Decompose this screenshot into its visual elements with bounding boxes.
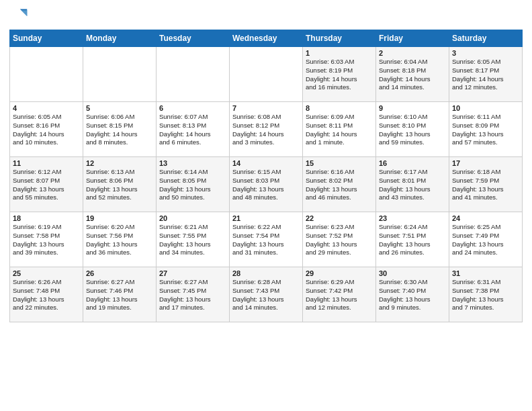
day-number: 22 (306, 214, 373, 222)
day-number: 20 (159, 214, 226, 222)
day-number: 21 (232, 214, 300, 222)
day-number: 16 (379, 159, 446, 167)
day-cell: 3Sunrise: 6:05 AM Sunset: 8:17 PM Daylig… (449, 47, 523, 102)
day-cell: 19Sunrise: 6:20 AM Sunset: 7:56 PM Dayli… (83, 212, 157, 267)
day-cell: 2Sunrise: 6:04 AM Sunset: 8:18 PM Daylig… (376, 47, 449, 102)
day-cell: 26Sunrise: 6:27 AM Sunset: 7:46 PM Dayli… (83, 267, 157, 322)
day-info: Sunrise: 6:10 AM Sunset: 8:10 PM Dayligh… (379, 113, 446, 147)
day-number: 7 (232, 104, 300, 112)
logo-icon (9, 7, 28, 26)
day-cell: 12Sunrise: 6:13 AM Sunset: 8:06 PM Dayli… (83, 157, 157, 212)
day-number: 2 (379, 49, 446, 57)
weekday-header-row: SundayMondayTuesdayWednesdayThursdayFrid… (10, 30, 523, 47)
day-cell (230, 47, 303, 102)
day-info: Sunrise: 6:27 AM Sunset: 7:46 PM Dayligh… (86, 278, 153, 312)
day-number: 19 (86, 214, 153, 222)
day-number: 23 (379, 214, 446, 222)
day-number: 25 (13, 269, 80, 277)
day-cell: 1Sunrise: 6:03 AM Sunset: 8:19 PM Daylig… (303, 47, 376, 102)
day-number: 11 (13, 159, 80, 167)
day-cell: 28Sunrise: 6:28 AM Sunset: 7:43 PM Dayli… (230, 267, 303, 322)
day-cell: 10Sunrise: 6:11 AM Sunset: 8:09 PM Dayli… (449, 102, 523, 157)
day-cell: 20Sunrise: 6:21 AM Sunset: 7:55 PM Dayli… (157, 212, 230, 267)
day-cell: 5Sunrise: 6:06 AM Sunset: 8:15 PM Daylig… (83, 102, 157, 157)
day-number: 30 (379, 269, 446, 277)
week-row-4: 18Sunrise: 6:19 AM Sunset: 7:58 PM Dayli… (10, 212, 523, 267)
day-cell: 21Sunrise: 6:22 AM Sunset: 7:54 PM Dayli… (230, 212, 303, 267)
day-info: Sunrise: 6:08 AM Sunset: 8:12 PM Dayligh… (232, 113, 300, 147)
day-info: Sunrise: 6:06 AM Sunset: 8:15 PM Dayligh… (86, 113, 153, 147)
day-cell: 22Sunrise: 6:23 AM Sunset: 7:52 PM Dayli… (303, 212, 376, 267)
day-cell: 17Sunrise: 6:18 AM Sunset: 7:59 PM Dayli… (449, 157, 523, 212)
page: SundayMondayTuesdayWednesdayThursdayFrid… (0, 0, 532, 326)
day-info: Sunrise: 6:16 AM Sunset: 8:02 PM Dayligh… (306, 168, 373, 202)
day-info: Sunrise: 6:09 AM Sunset: 8:11 PM Dayligh… (306, 113, 373, 147)
day-info: Sunrise: 6:21 AM Sunset: 7:55 PM Dayligh… (159, 223, 226, 257)
day-number: 9 (379, 104, 446, 112)
weekday-header-friday: Friday (376, 30, 449, 47)
week-row-1: 1Sunrise: 6:03 AM Sunset: 8:19 PM Daylig… (10, 47, 523, 102)
day-number: 4 (13, 104, 80, 112)
day-number: 10 (452, 104, 519, 112)
week-row-5: 25Sunrise: 6:26 AM Sunset: 7:48 PM Dayli… (10, 267, 523, 322)
day-number: 18 (13, 214, 80, 222)
weekday-header-saturday: Saturday (449, 30, 523, 47)
day-cell: 8Sunrise: 6:09 AM Sunset: 8:11 PM Daylig… (303, 102, 376, 157)
day-info: Sunrise: 6:11 AM Sunset: 8:09 PM Dayligh… (452, 113, 519, 147)
day-info: Sunrise: 6:31 AM Sunset: 7:38 PM Dayligh… (452, 278, 519, 312)
weekday-header-sunday: Sunday (10, 30, 83, 47)
day-info: Sunrise: 6:27 AM Sunset: 7:45 PM Dayligh… (159, 278, 226, 312)
day-number: 14 (232, 159, 300, 167)
day-cell: 11Sunrise: 6:12 AM Sunset: 8:07 PM Dayli… (10, 157, 83, 212)
day-info: Sunrise: 6:14 AM Sunset: 8:05 PM Dayligh… (159, 168, 226, 202)
day-info: Sunrise: 6:05 AM Sunset: 8:16 PM Dayligh… (13, 113, 80, 147)
day-info: Sunrise: 6:29 AM Sunset: 7:42 PM Dayligh… (306, 278, 373, 312)
day-number: 24 (452, 214, 519, 222)
day-cell: 4Sunrise: 6:05 AM Sunset: 8:16 PM Daylig… (10, 102, 83, 157)
day-number: 26 (86, 269, 153, 277)
week-row-2: 4Sunrise: 6:05 AM Sunset: 8:16 PM Daylig… (10, 102, 523, 157)
day-cell (83, 47, 157, 102)
day-info: Sunrise: 6:15 AM Sunset: 8:03 PM Dayligh… (232, 168, 300, 202)
day-info: Sunrise: 6:12 AM Sunset: 8:07 PM Dayligh… (13, 168, 80, 202)
week-row-3: 11Sunrise: 6:12 AM Sunset: 8:07 PM Dayli… (10, 157, 523, 212)
day-cell: 14Sunrise: 6:15 AM Sunset: 8:03 PM Dayli… (230, 157, 303, 212)
day-number: 17 (452, 159, 519, 167)
day-info: Sunrise: 6:20 AM Sunset: 7:56 PM Dayligh… (86, 223, 153, 257)
day-info: Sunrise: 6:25 AM Sunset: 7:49 PM Dayligh… (452, 223, 519, 257)
day-info: Sunrise: 6:13 AM Sunset: 8:06 PM Dayligh… (86, 168, 153, 202)
day-cell (10, 47, 83, 102)
day-number: 1 (306, 49, 373, 57)
day-info: Sunrise: 6:03 AM Sunset: 8:19 PM Dayligh… (306, 58, 373, 92)
day-cell (157, 47, 230, 102)
day-info: Sunrise: 6:28 AM Sunset: 7:43 PM Dayligh… (232, 278, 300, 312)
day-info: Sunrise: 6:30 AM Sunset: 7:40 PM Dayligh… (379, 278, 446, 312)
weekday-header-tuesday: Tuesday (157, 30, 230, 47)
calendar-table: SundayMondayTuesdayWednesdayThursdayFrid… (9, 30, 523, 322)
day-cell: 7Sunrise: 6:08 AM Sunset: 8:12 PM Daylig… (230, 102, 303, 157)
weekday-header-thursday: Thursday (303, 30, 376, 47)
day-cell: 31Sunrise: 6:31 AM Sunset: 7:38 PM Dayli… (449, 267, 523, 322)
day-cell: 18Sunrise: 6:19 AM Sunset: 7:58 PM Dayli… (10, 212, 83, 267)
day-number: 5 (86, 104, 153, 112)
day-cell: 24Sunrise: 6:25 AM Sunset: 7:49 PM Dayli… (449, 212, 523, 267)
day-number: 28 (232, 269, 300, 277)
day-info: Sunrise: 6:18 AM Sunset: 7:59 PM Dayligh… (452, 168, 519, 202)
day-info: Sunrise: 6:05 AM Sunset: 8:17 PM Dayligh… (452, 58, 519, 92)
day-info: Sunrise: 6:07 AM Sunset: 8:13 PM Dayligh… (159, 113, 226, 147)
day-cell: 6Sunrise: 6:07 AM Sunset: 8:13 PM Daylig… (157, 102, 230, 157)
day-info: Sunrise: 6:22 AM Sunset: 7:54 PM Dayligh… (232, 223, 300, 257)
day-info: Sunrise: 6:24 AM Sunset: 7:51 PM Dayligh… (379, 223, 446, 257)
day-cell: 27Sunrise: 6:27 AM Sunset: 7:45 PM Dayli… (157, 267, 230, 322)
day-number: 3 (452, 49, 519, 57)
day-number: 13 (159, 159, 226, 167)
day-info: Sunrise: 6:19 AM Sunset: 7:58 PM Dayligh… (13, 223, 80, 257)
day-cell: 23Sunrise: 6:24 AM Sunset: 7:51 PM Dayli… (376, 212, 449, 267)
day-info: Sunrise: 6:17 AM Sunset: 8:01 PM Dayligh… (379, 168, 446, 202)
day-number: 27 (159, 269, 226, 277)
day-number: 31 (452, 269, 519, 277)
day-info: Sunrise: 6:04 AM Sunset: 8:18 PM Dayligh… (379, 58, 446, 92)
logo (9, 7, 31, 26)
day-number: 29 (306, 269, 373, 277)
weekday-header-wednesday: Wednesday (230, 30, 303, 47)
